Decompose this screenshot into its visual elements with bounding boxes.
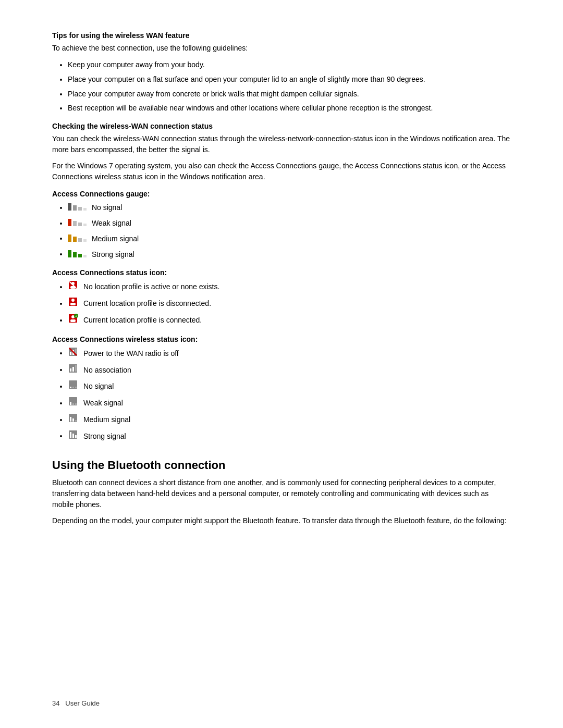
svg-rect-7 <box>83 224 87 226</box>
access-gauge-heading: Access Connections gauge: <box>52 190 511 198</box>
svg-rect-4 <box>68 219 71 226</box>
bluetooth-para1: Bluetooth can connect devices a short di… <box>52 477 511 510</box>
svg-rect-42 <box>70 402 71 405</box>
no-signal-label: No signal <box>92 203 122 212</box>
svg-rect-35 <box>72 367 74 372</box>
wireless-no-signal-label: No signal <box>83 382 114 390</box>
tips-heading: Tips for using the wireless WAN feature <box>52 31 511 40</box>
bluetooth-para2: Depending on the model, your computer mi… <box>52 515 511 526</box>
svg-rect-5 <box>73 221 77 226</box>
wan-off-icon <box>68 347 78 361</box>
access-gauge-section: Access Connections gauge: No signal <box>52 190 511 261</box>
svg-rect-14 <box>78 254 82 257</box>
svg-rect-34 <box>70 368 71 372</box>
list-item: No association <box>68 363 511 378</box>
list-item: Weak signal <box>68 396 511 411</box>
list-item: No signal <box>68 379 511 394</box>
svg-rect-0 <box>68 203 71 211</box>
access-status-section: Access Connections status icon: No locat… <box>52 268 511 327</box>
checking-heading: Checking the wireless-WAN connection sta… <box>52 122 511 130</box>
access-wireless-section: Access Connections wireless status icon:… <box>52 335 511 444</box>
wireless-medium-signal-label: Medium signal <box>83 415 130 424</box>
strong-signal-gauge-icon <box>68 248 87 262</box>
footer: 34 User Guide <box>52 699 100 707</box>
svg-rect-44 <box>75 403 77 405</box>
list-item: Keep your computer away from your body. <box>68 59 511 71</box>
svg-rect-12 <box>68 250 71 257</box>
list-item: Place your computer away from concrete o… <box>68 88 511 101</box>
checking-para1: You can check the wireless-WAN connectio… <box>52 133 511 155</box>
checking-para2: For the Windows 7 operating system, you … <box>52 161 511 182</box>
weak-signal-gauge-icon <box>68 217 87 230</box>
list-item: Strong signal <box>68 429 511 444</box>
svg-rect-22 <box>70 303 76 305</box>
weak-signal-label: Weak signal <box>92 219 131 227</box>
svg-rect-40 <box>75 387 77 388</box>
list-item: Best reception will be available near wi… <box>68 102 511 115</box>
bluetooth-section: Using the Bluetooth connection Bluetooth… <box>52 459 511 526</box>
svg-rect-13 <box>73 252 77 257</box>
tips-section: Tips for using the wireless WAN feature … <box>52 31 511 115</box>
svg-rect-50 <box>70 432 71 438</box>
svg-rect-3 <box>83 208 87 211</box>
svg-point-21 <box>71 299 75 302</box>
no-profile-icon <box>68 280 78 294</box>
list-item: Weak signal <box>68 217 511 230</box>
strong-signal-label: Strong signal <box>92 250 134 258</box>
svg-rect-52 <box>75 435 77 438</box>
medium-signal-label: Medium signal <box>92 234 139 242</box>
wireless-weak-signal-icon <box>68 396 78 411</box>
disconnected-profile-icon <box>68 297 78 311</box>
svg-rect-43 <box>72 403 74 405</box>
no-profile-label: No location profile is active or none ex… <box>83 282 219 291</box>
page-content: Tips for using the wireless WAN feature … <box>0 0 563 575</box>
svg-text:✓: ✓ <box>75 314 78 317</box>
access-gauge-list: No signal Weak signal <box>68 201 511 261</box>
wireless-no-signal-icon <box>68 379 78 394</box>
medium-signal-gauge-icon <box>68 232 87 246</box>
svg-rect-51 <box>72 434 74 438</box>
svg-rect-9 <box>73 237 77 242</box>
svg-rect-39 <box>72 387 74 388</box>
no-association-icon <box>68 363 78 378</box>
tips-intro: To achieve the best connection, use the … <box>52 43 511 54</box>
access-wireless-heading: Access Connections wireless status icon: <box>52 335 511 343</box>
wireless-weak-signal-label: Weak signal <box>83 399 123 407</box>
svg-rect-47 <box>72 418 74 422</box>
checking-section: Checking the wireless-WAN connection sta… <box>52 122 511 182</box>
wan-off-label: Power to the WAN radio is off <box>83 349 179 357</box>
list-item: Strong signal <box>68 248 511 262</box>
wireless-medium-signal-icon <box>68 413 78 427</box>
svg-rect-1 <box>73 205 77 211</box>
no-association-label: No association <box>83 365 131 374</box>
list-item: No signal <box>68 201 511 215</box>
footer-label: User Guide <box>65 699 100 707</box>
connected-profile-icon: ✓ <box>68 313 78 328</box>
no-signal-gauge-icon <box>68 201 87 215</box>
list-item: No location profile is active or none ex… <box>68 280 511 294</box>
svg-rect-8 <box>68 235 71 242</box>
list-item: Current location profile is disconnected… <box>68 297 511 311</box>
disconnected-profile-label: Current location profile is disconnected… <box>83 299 211 307</box>
svg-rect-48 <box>75 420 77 422</box>
wireless-strong-signal-icon <box>68 429 78 444</box>
bluetooth-heading: Using the Bluetooth connection <box>52 459 511 472</box>
list-item: Power to the WAN radio is off <box>68 347 511 361</box>
wireless-strong-signal-label: Strong signal <box>83 431 126 440</box>
list-item: ✓ Current location profile is connected. <box>68 313 511 328</box>
list-item: Medium signal <box>68 413 511 427</box>
list-item: Place your computer on a flat surface an… <box>68 73 511 86</box>
svg-rect-6 <box>78 223 82 226</box>
access-status-list: No location profile is active or none ex… <box>68 280 511 327</box>
connected-profile-label: Current location profile is connected. <box>83 316 202 324</box>
svg-rect-29 <box>70 352 71 355</box>
page-number: 34 <box>52 699 59 707</box>
access-status-heading: Access Connections status icon: <box>52 268 511 277</box>
svg-rect-15 <box>83 255 87 257</box>
svg-rect-2 <box>78 207 82 211</box>
access-wireless-list: Power to the WAN radio is off No associa… <box>68 347 511 444</box>
svg-rect-11 <box>83 239 87 242</box>
svg-rect-38 <box>70 387 71 388</box>
list-item: Medium signal <box>68 232 511 246</box>
svg-rect-25 <box>70 319 76 322</box>
